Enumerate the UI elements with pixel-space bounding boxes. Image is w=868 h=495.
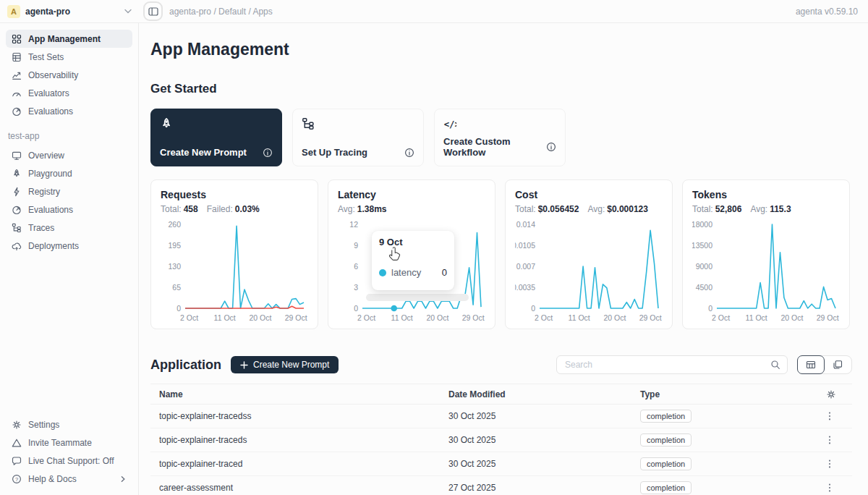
info-icon[interactable] [546, 142, 556, 152]
sidebar-item-label: Evaluators [28, 88, 69, 98]
get-started-cards: Create New Prompt Set Up Tracing </> Cre… [150, 109, 852, 166]
chevron-down-icon [124, 9, 132, 14]
sidebar-app-item-evaluations[interactable]: Evaluations [6, 200, 132, 219]
gear-icon [12, 420, 22, 430]
tokens-line-chart: 04500900013500180002 Oct11 Oct20 Oct29 O… [692, 217, 841, 327]
app-name-cell: career-assessment [150, 483, 440, 493]
column-header-name[interactable]: Name [150, 389, 440, 399]
get-started-card-create-new-prompt[interactable]: Create New Prompt [150, 109, 282, 166]
svg-text:0.0035: 0.0035 [515, 283, 535, 292]
breadcrumb[interactable]: agenta-pro / Default / Apps [169, 7, 273, 17]
svg-text:130: 130 [168, 262, 181, 271]
stat-meta: Total:$0.056452 [515, 204, 579, 214]
table-settings-gear-icon[interactable] [826, 389, 836, 399]
sidebar-app-item-overview[interactable]: Overview [6, 146, 132, 164]
plus-icon [240, 361, 248, 369]
get-started-card-create-custom-workflow[interactable]: </> Create Custom Workflow [434, 109, 566, 166]
sidebar-item-evaluators[interactable]: Evaluators [6, 84, 132, 102]
table-view-icon [806, 360, 816, 370]
sidebar-item-label: Deployments [28, 241, 79, 251]
create-new-prompt-label: Create New Prompt [253, 360, 329, 370]
table-row-topic-explainer-tracedss[interactable]: topic-explainer-tracedss 30 Oct 2025 com… [150, 405, 852, 428]
table-header-row: NameDate ModifiedType [150, 384, 852, 405]
svg-text:0: 0 [176, 304, 181, 313]
latency-line-chart: 0369122 Oct11 Oct20 Oct29 Oct [338, 217, 487, 327]
svg-text:20 Oct: 20 Oct [426, 313, 448, 322]
svg-text:29 Oct: 29 Oct [817, 313, 839, 322]
info-icon[interactable] [404, 148, 414, 158]
sidebar-item-app-management[interactable]: App Management [6, 30, 132, 48]
svg-text:29 Oct: 29 Oct [639, 313, 662, 322]
stats-cards-row: Requests Total:458Failed:0.03% 065130195… [150, 179, 852, 329]
traces-icon [12, 223, 22, 233]
chevron-right-icon [119, 475, 127, 483]
table-row-topic-explainer-traceds[interactable]: topic-explainer-traceds 30 Oct 2025 comp… [150, 428, 852, 452]
sidebar-app-item-playground[interactable]: Playground [6, 164, 132, 182]
org-avatar: A [7, 5, 20, 18]
svg-text:0: 0 [708, 304, 712, 313]
stat-meta: Total:458 [161, 204, 198, 214]
application-heading: Application [150, 358, 221, 373]
get-started-heading: Get Started [150, 82, 852, 96]
sidebar-bottom-item-settings[interactable]: Settings [6, 415, 132, 433]
testsets-icon [12, 52, 22, 62]
type-badge: completion [640, 433, 692, 447]
evals-icon [12, 205, 22, 215]
row-menu-kebab-icon[interactable] [823, 457, 836, 470]
sidebar-main-section: App Management Test Sets Observability E… [6, 30, 132, 120]
create-new-prompt-button[interactable]: Create New Prompt [231, 356, 339, 373]
sidebar-app-item-traces[interactable]: Traces [6, 219, 132, 237]
info-icon[interactable] [263, 148, 273, 158]
sidebar-item-label: Evaluations [28, 106, 73, 117]
date-modified-cell: 27 Oct 2025 [440, 483, 631, 493]
date-modified-cell: 30 Oct 2025 [440, 459, 631, 469]
sidebar-item-label: Test Sets [28, 52, 64, 62]
search-input[interactable] [563, 359, 770, 371]
chat-icon [12, 456, 22, 466]
sidebar-app-item-deployments[interactable]: Deployments [6, 237, 132, 255]
monitor-icon [12, 151, 22, 161]
sidebar-bottom-item-help-docs[interactable]: ? Help & Docs [6, 470, 132, 488]
column-header-type[interactable]: Type [631, 389, 787, 399]
column-header-date-modified[interactable]: Date Modified [440, 389, 631, 399]
sidebar-toggle-button[interactable] [143, 1, 163, 21]
sidebar-item-test-sets[interactable]: Test Sets [6, 48, 132, 66]
sidebar-bottom-item-live-chat-support-off[interactable]: Live Chat Support: Off [6, 452, 132, 470]
app-name-cell: topic-explainer-tracedss [150, 411, 440, 421]
table-row-career-assessment[interactable]: career-assessment 27 Oct 2025 completion [150, 476, 852, 495]
bolt-icon [12, 187, 22, 197]
stat-card-title: Tokens [692, 189, 840, 200]
svg-text:2 Oct: 2 Oct [535, 313, 553, 322]
sidebar-item-label: Traces [28, 223, 54, 233]
svg-text:2 Oct: 2 Oct [357, 313, 375, 322]
svg-text:195: 195 [168, 241, 181, 250]
search-icon[interactable] [770, 360, 780, 370]
sidebar-item-label: Playground [28, 169, 72, 179]
table-row-topic-explainer-traced[interactable]: topic-explainer-traced 30 Oct 2025 compl… [150, 452, 852, 476]
sidebar-item-observability[interactable]: Observability [6, 66, 132, 84]
get-started-card-set-up-tracing[interactable]: Set Up Tracing [292, 109, 424, 166]
type-cell: completion [631, 459, 787, 469]
table-view-button[interactable] [797, 355, 825, 374]
row-menu-kebab-icon[interactable] [823, 481, 836, 494]
search-box [556, 355, 788, 374]
code-icon: </> [443, 117, 556, 127]
sidebar-app-item-registry[interactable]: Registry [6, 182, 132, 200]
type-cell: completion [631, 483, 787, 493]
application-header: Application Create New Prompt [150, 355, 852, 374]
card-view-button[interactable] [824, 356, 851, 373]
row-menu-kebab-icon[interactable] [823, 410, 836, 423]
sidebar-item-evaluations[interactable]: Evaluations [6, 102, 132, 120]
type-cell: completion [631, 411, 787, 421]
org-selector[interactable]: A agenta-pro [0, 5, 139, 18]
svg-text:20 Oct: 20 Oct [603, 313, 626, 322]
rocket-icon [160, 117, 273, 127]
stat-card-cost: Cost Total:$0.056452Avg:$0.000123 00.003… [505, 179, 673, 329]
row-menu-kebab-icon[interactable] [823, 433, 836, 447]
stat-card-latency: Latency Avg:1.38ms 0369122 Oct11 Oct20 O… [328, 179, 495, 329]
table-body: topic-explainer-tracedss 30 Oct 2025 com… [150, 405, 852, 495]
svg-text:260: 260 [168, 220, 181, 229]
sidebar-bottom-item-invite-teammate[interactable]: Invite Teammate [6, 433, 132, 452]
svg-text:20 Oct: 20 Oct [780, 313, 803, 322]
stat-card-tokens: Tokens Total:52,806Avg:115.3 04500900013… [682, 179, 850, 329]
